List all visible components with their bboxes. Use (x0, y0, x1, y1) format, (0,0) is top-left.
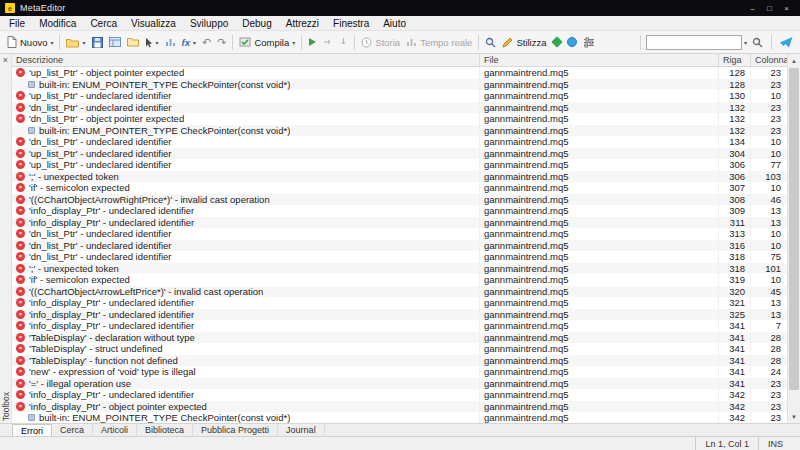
toolbox-close-button[interactable]: × (0, 55, 11, 65)
find-button[interactable] (482, 33, 499, 52)
error-row[interactable]: × 'up_list_Ptr' - undeclared identifier … (12, 159, 787, 171)
error-icon: × (16, 195, 25, 204)
menu-item-modifica[interactable]: Modifica (32, 16, 83, 30)
error-row[interactable]: × 'TableDisplay' - struct undefined gann… (12, 343, 787, 355)
new-button[interactable]: Nuovo ▾ (4, 33, 56, 52)
error-row[interactable]: × 'dn_list_Ptr' - undeclared identifier … (12, 251, 787, 263)
tab-journal[interactable]: Journal (278, 424, 325, 436)
open-button[interactable]: ▾ (63, 33, 88, 52)
error-row[interactable]: × 'up_list_Ptr' - undeclared identifier … (12, 148, 787, 160)
error-row[interactable]: × 'dn_list_Ptr' - undeclared identifier … (12, 102, 787, 114)
close-button[interactable]: × (778, 2, 795, 15)
tab-biblioteca[interactable]: Biblioteca (137, 424, 193, 436)
functions-button[interactable]: fx ▾ (179, 33, 199, 52)
error-row[interactable]: × 'info_display_Ptr' - object pointer ex… (12, 401, 787, 413)
layout-button[interactable] (106, 33, 124, 52)
menu-item-cerca[interactable]: Cerca (83, 16, 124, 30)
error-row[interactable]: × 'up_list_Ptr' - object pointer expecte… (12, 67, 787, 79)
col-header-description[interactable]: Descrizione (12, 54, 480, 66)
search-input[interactable] (646, 35, 742, 50)
realtime-button[interactable]: Tempo reale (403, 33, 475, 52)
history-button[interactable]: Storia (358, 33, 403, 52)
error-row[interactable]: × 'info_display_Ptr' - undeclared identi… (12, 297, 787, 309)
error-row[interactable]: × 'if' - semicolon expected gannmaintren… (12, 182, 787, 194)
compile-button[interactable]: Compila ▾ (236, 33, 298, 52)
col-header-column[interactable]: Colonna (751, 54, 787, 66)
community-button[interactable] (550, 33, 564, 52)
menu-item-finestra[interactable]: Finestra (326, 16, 376, 30)
error-row[interactable]: built-in: ENUM_POINTER_TYPE CheckPointer… (12, 125, 787, 137)
error-icon: × (16, 367, 25, 376)
maximize-button[interactable]: □ (761, 2, 778, 15)
error-row[interactable]: × 'dn_list_Ptr' - undeclared identifier … (12, 136, 787, 148)
search-go-button[interactable] (749, 33, 766, 52)
style-button[interactable]: Stilizza (499, 33, 549, 52)
error-row[interactable]: × 'new' - expression of 'void' type is i… (12, 366, 787, 378)
error-row[interactable]: × '((CChartObjectArrowLeftPrice*)' - inv… (12, 286, 787, 298)
menu-item-file[interactable]: File (2, 16, 32, 30)
vertical-scrollbar[interactable]: ▲ ▼ (787, 54, 800, 423)
error-row[interactable]: × 'info_display_Ptr' - undeclared identi… (12, 309, 787, 321)
menu-item-visualizza[interactable]: Visualizza (124, 16, 183, 30)
resize-grip[interactable] (792, 437, 800, 450)
scroll-down-icon[interactable]: ▼ (788, 410, 800, 423)
messenger-button[interactable] (777, 33, 796, 52)
tab-errori[interactable]: Errori (12, 424, 52, 436)
error-row[interactable]: × ';' - unexpected token gannmaintrend.m… (12, 171, 787, 183)
chevron-down-icon[interactable]: ▾ (744, 39, 747, 46)
error-icon: × (16, 206, 25, 215)
error-row[interactable]: × 'info_display_Ptr' - undeclared identi… (12, 389, 787, 401)
col-header-file[interactable]: File (480, 54, 719, 66)
online-button[interactable] (564, 33, 580, 52)
error-file: gannmaintrend.mq5 (480, 217, 719, 229)
error-row[interactable]: × 'TableDisplay' - function not defined … (12, 355, 787, 367)
error-icon: × (16, 379, 25, 388)
error-row[interactable]: × 'dn_list_Ptr' - object pointer expecte… (12, 113, 787, 125)
error-row[interactable]: built-in: ENUM_POINTER_TYPE CheckPointer… (12, 412, 787, 423)
error-row[interactable]: × 'dn_list_Ptr' - undeclared identifier … (12, 240, 787, 252)
minimize-button[interactable]: – (744, 2, 761, 15)
tab-articoli[interactable]: Articoli (93, 424, 137, 436)
scrollbar-thumb[interactable] (789, 68, 799, 390)
error-column: 23 (751, 113, 787, 124)
window-layout-icon (109, 37, 121, 47)
debug-start-button[interactable] (305, 33, 320, 52)
projects-button[interactable] (124, 33, 142, 52)
redo-button[interactable]: ↷ (214, 33, 229, 52)
error-row[interactable]: × 'info_display_Ptr' - undeclared identi… (12, 217, 787, 229)
error-description: 'TableDisplay' - declaration without typ… (29, 332, 195, 343)
menu-item-sviluppo[interactable]: Sviluppo (183, 16, 235, 30)
scroll-up-icon[interactable]: ▲ (788, 54, 800, 67)
cursor-tool-button[interactable]: ▾ (142, 33, 162, 52)
undo-button[interactable]: ↶ (199, 33, 214, 52)
error-row[interactable]: × '((CChartObjectArrowRightPrice*)' - in… (12, 194, 787, 206)
step-into-button[interactable] (336, 33, 351, 52)
tab-pubblica-progetti[interactable]: Pubblica Progetti (193, 424, 278, 436)
menu-item-debug[interactable]: Debug (235, 16, 278, 30)
error-row[interactable]: × '=' - illegal operation use gannmaintr… (12, 378, 787, 390)
menu-item-attrezzi[interactable]: Attrezzi (279, 16, 326, 30)
settings-button[interactable] (580, 33, 598, 52)
toolbox-vertical-tab[interactable]: Toolbox (0, 392, 11, 421)
error-row[interactable]: × 'dn_list_Ptr' - undeclared identifier … (12, 228, 787, 240)
error-row[interactable]: built-in: ENUM_POINTER_TYPE CheckPointer… (12, 79, 787, 91)
error-line: 342 (719, 401, 751, 412)
error-row[interactable]: × 'if' - semicolon expected gannmaintren… (12, 274, 787, 286)
error-line: 341 (719, 366, 751, 377)
error-description: 'new' - expression of 'void' type is ill… (29, 366, 196, 377)
project-folder-icon (127, 37, 139, 47)
menu-item-aiuto[interactable]: Aiuto (376, 16, 413, 30)
tab-cerca[interactable]: Cerca (52, 424, 93, 436)
error-file: gannmaintrend.mq5 (480, 378, 719, 390)
debug-play-icon (308, 37, 317, 47)
save-button[interactable] (89, 33, 106, 52)
step-over-button[interactable] (320, 33, 336, 52)
error-row[interactable]: × 'info_display_Ptr' - undeclared identi… (12, 320, 787, 332)
error-column: 103 (751, 171, 787, 182)
col-header-line[interactable]: Riga (719, 54, 751, 66)
error-row[interactable]: × 'up_list_Ptr' - undeclared identifier … (12, 90, 787, 102)
error-row[interactable]: × 'TableDisplay' - declaration without t… (12, 332, 787, 344)
error-row[interactable]: × 'info_display_Ptr' - undeclared identi… (12, 205, 787, 217)
profiler-button[interactable] (162, 33, 179, 52)
error-row[interactable]: × ';' - unexpected token gannmaintrend.m… (12, 263, 787, 275)
